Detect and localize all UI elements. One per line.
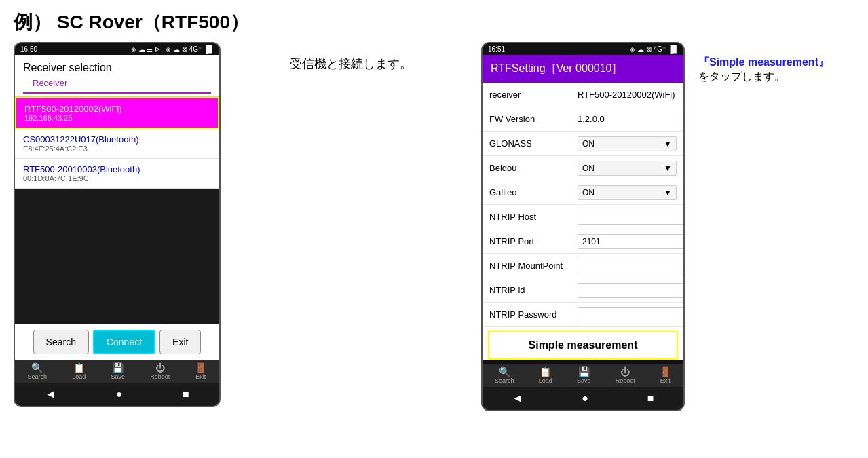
right-phone-status-bar: 16:51 ◈ ☁ ⊠ 4G⁺ ▐▊ xyxy=(483,43,683,55)
right-load-icon: 📋 xyxy=(540,366,551,377)
receiver-item-name-0: RTF500-20120002(WiFi) xyxy=(24,104,210,114)
rtf-dropdown-glonass-value: ON xyxy=(582,139,595,149)
right-phone-app-bar: 🔍 Search 📋 Load 💾 Save ⏻ Reboot 🚪 Exit xyxy=(483,364,683,387)
right-annotation: 『Simple measurement』 をタップします。 xyxy=(685,42,854,84)
search-button[interactable]: Search xyxy=(33,330,89,354)
rtf-dropdown-galileo[interactable]: ON ▼ xyxy=(578,185,677,200)
left-phone: 16:50 ◈ ☁ ☰ ⊳ ◈ ☁ ⊠ 4G⁺ ▐▊ Receiver sele… xyxy=(14,42,221,407)
exit-icon: 🚪 xyxy=(195,362,206,373)
rtf-row-ntrip-password: NTRIP Password xyxy=(483,303,683,327)
rtf-setting-header: RTFSetting［Ver 000010］ xyxy=(483,55,683,83)
app-bar-load[interactable]: 📋 Load xyxy=(72,362,86,380)
rtf-row-beidou: Beidou ON ▼ xyxy=(483,156,683,180)
rtf-input-ntrip-mountpoint[interactable] xyxy=(578,259,685,273)
rtf-dropdown-glonass[interactable]: ON ▼ xyxy=(578,136,677,151)
receiver-selection-header: Receiver selection Receiver xyxy=(15,55,219,97)
app-bar-save[interactable]: 💾 Save xyxy=(111,362,125,380)
receiver-item-addr-0: 192.168.43.25 xyxy=(24,114,210,122)
receiver-tab-bar: Receiver xyxy=(23,74,211,94)
rtf-value-fw: 1.2.0.0 xyxy=(578,114,605,124)
status-icons-left: ◈ ☁ ☰ ⊳ ◈ ☁ ⊠ 4G⁺ ▐▊ xyxy=(131,45,214,53)
middle-text: 受信機と接続します。 xyxy=(221,42,481,85)
right-app-bar-save[interactable]: 💾 Save xyxy=(577,366,591,384)
chevron-down-icon-galileo: ▼ xyxy=(664,188,672,197)
page-title: 例） SC Rover（RTF500） xyxy=(0,0,868,42)
nav-recents-icon[interactable]: ■ xyxy=(183,388,189,400)
rtf-label-glonass: GLONASS xyxy=(489,138,578,149)
annotation-highlight: 『Simple measurement』 xyxy=(698,56,848,70)
right-app-bar-search-label: Search xyxy=(495,377,514,384)
receiver-selection-screen: Receiver selection Receiver RTF500-20120… xyxy=(15,55,219,360)
right-reboot-icon: ⏻ xyxy=(620,366,630,377)
rtf-input-ntrip-port[interactable] xyxy=(578,234,685,249)
app-bar-exit[interactable]: 🚪 Exit xyxy=(195,362,206,380)
load-icon: 📋 xyxy=(73,362,85,373)
app-bar-search-label: Search xyxy=(28,373,48,380)
right-app-bar-reboot[interactable]: ⏻ Reboot xyxy=(616,366,635,384)
annotation-text: をタップします。 xyxy=(698,70,848,84)
receiver-item-selected[interactable]: RTF500-20120002(WiFi) 192.168.43.25 xyxy=(15,97,219,129)
rtf-input-ntrip-id[interactable] xyxy=(578,283,685,298)
rtf-row-ntrip-port: NTRIP Port xyxy=(483,229,683,254)
rtf-row-fw: FW Version 1.2.0.0 xyxy=(483,107,683,132)
rtf-label-beidou: Beidou xyxy=(489,163,578,173)
rtf-row-ntrip-id: NTRIP id xyxy=(483,278,683,303)
rtf-row-ntrip-mountpoint: NTRIP MountPoint xyxy=(483,254,683,278)
reboot-icon: ⏻ xyxy=(155,362,165,373)
nav-home-icon[interactable]: ● xyxy=(116,388,123,400)
status-time-right: 16:51 xyxy=(488,45,505,53)
receiver-item-name-1: CS00031222U017(Bluetooth) xyxy=(23,134,211,145)
right-app-bar-exit[interactable]: 🚪 Exit xyxy=(660,366,671,384)
rtf-dropdown-beidou-value: ON xyxy=(582,164,595,173)
app-bar-exit-label: Exit xyxy=(195,373,206,380)
right-app-bar-load-label: Load xyxy=(539,377,552,384)
receiver-list-empty-area xyxy=(15,189,219,324)
right-exit-icon: 🚪 xyxy=(660,366,671,377)
rtf-input-ntrip-host[interactable] xyxy=(578,210,685,225)
receiver-item-2[interactable]: RTF500-20010003(Bluetooth) 00:1D:8A:7C:1… xyxy=(15,159,219,189)
rtf-row-ntrip-host: NTRIP Host xyxy=(483,205,683,229)
right-search-icon: 🔍 xyxy=(499,366,510,377)
exit-button[interactable]: Exit xyxy=(159,330,201,354)
connect-button[interactable]: Connect xyxy=(93,330,155,354)
rtf-form: receiver RTF500-20120002(WiFi) FW Versio… xyxy=(483,83,683,360)
right-app-bar-exit-label: Exit xyxy=(660,377,671,384)
right-nav-back-icon[interactable]: ◄ xyxy=(512,392,523,404)
rtf-row-receiver: receiver RTF500-20120002(WiFi) xyxy=(483,83,683,107)
receiver-item-1[interactable]: CS00031222U017(Bluetooth) E8:4F:25:4A:C2… xyxy=(15,129,219,159)
right-nav-home-icon[interactable]: ● xyxy=(582,392,588,404)
receiver-tab[interactable]: Receiver xyxy=(23,74,77,94)
simple-measurement-button[interactable]: Simple measurement xyxy=(488,331,678,360)
rtf-input-ntrip-password[interactable] xyxy=(578,307,685,322)
rtf-label-ntrip-port: NTRIP Port xyxy=(489,236,578,246)
app-bar-reboot[interactable]: ⏻ Reboot xyxy=(150,362,170,380)
status-icons-right: ◈ ☁ ⊠ 4G⁺ ▐▊ xyxy=(630,45,678,53)
receiver-item-name-2: RTF500-20010003(Bluetooth) xyxy=(23,164,211,174)
left-phone-app-bar: 🔍 Search 📋 Load 💾 Save ⏻ Reboot 🚪 Exit xyxy=(15,360,219,383)
rtf-label-galileo: Galileo xyxy=(489,187,578,197)
receiver-list: RTF500-20120002(WiFi) 192.168.43.25 CS00… xyxy=(15,97,219,189)
right-app-bar-search[interactable]: 🔍 Search xyxy=(495,366,514,384)
status-time-left: 16:50 xyxy=(20,45,37,53)
rtf-dropdown-galileo-value: ON xyxy=(582,188,595,197)
rtf-row-galileo: Galileo ON ▼ xyxy=(483,180,683,205)
rtf-label-ntrip-host: NTRIP Host xyxy=(489,212,578,222)
nav-back-icon[interactable]: ◄ xyxy=(45,388,56,400)
save-icon: 💾 xyxy=(112,362,124,373)
chevron-down-icon: ▼ xyxy=(664,139,672,149)
rtf-value-receiver: RTF500-20120002(WiFi) xyxy=(578,90,675,100)
app-bar-search[interactable]: 🔍 Search xyxy=(28,362,48,380)
right-app-bar-reboot-label: Reboot xyxy=(616,377,635,384)
main-content: 16:50 ◈ ☁ ☰ ⊳ ◈ ☁ ⊠ 4G⁺ ▐▊ Receiver sele… xyxy=(0,42,868,411)
rtf-label-fw: FW Version xyxy=(489,114,578,124)
receiver-item-addr-2: 00:1D:8A:7C:1E:9C xyxy=(23,174,211,183)
rtf-dropdown-beidou[interactable]: ON ▼ xyxy=(578,161,677,176)
right-nav-recents-icon[interactable]: ■ xyxy=(647,392,654,404)
left-phone-status-bar: 16:50 ◈ ☁ ☰ ⊳ ◈ ☁ ⊠ 4G⁺ ▐▊ xyxy=(15,43,219,55)
chevron-down-icon-beidou: ▼ xyxy=(664,164,672,173)
receiver-selection-title: Receiver selection xyxy=(23,62,211,74)
right-app-bar-load[interactable]: 📋 Load xyxy=(539,366,552,384)
app-bar-load-label: Load xyxy=(72,373,86,380)
left-phone-nav-bar: ◄ ● ■ xyxy=(15,383,219,406)
rtf-label-ntrip-mountpoint: NTRIP MountPoint xyxy=(489,261,578,271)
